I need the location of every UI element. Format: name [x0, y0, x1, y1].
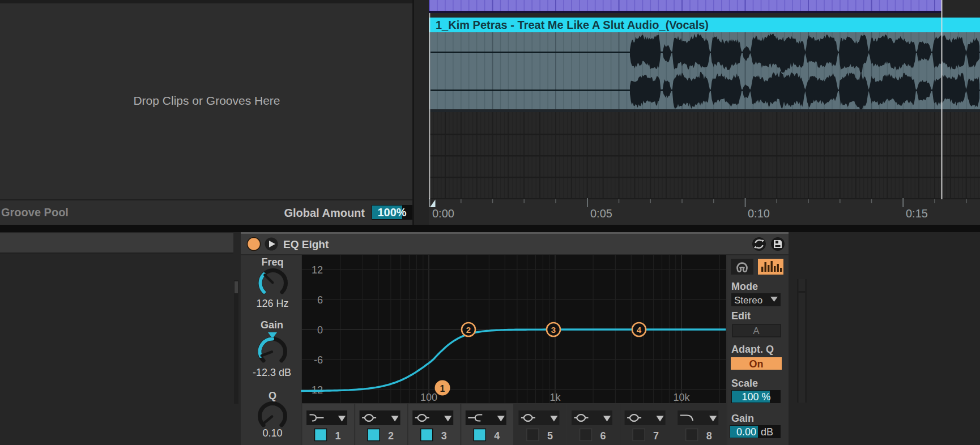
svg-text:5: 5: [547, 430, 553, 442]
svg-text:1: 1: [335, 430, 341, 442]
svg-text:Adapt. Q: Adapt. Q: [731, 344, 774, 355]
svg-text:0: 0: [317, 324, 323, 336]
svg-text:0:15: 0:15: [906, 207, 928, 220]
svg-text:Stereo: Stereo: [734, 295, 762, 306]
svg-text:4: 4: [494, 430, 500, 442]
svg-text:dB: dB: [761, 426, 773, 438]
svg-text:126 Hz: 126 Hz: [256, 298, 288, 309]
svg-text:0:10: 0:10: [748, 207, 770, 220]
svg-text:Gain: Gain: [261, 319, 283, 331]
svg-text:0:00: 0:00: [432, 207, 454, 220]
svg-text:Groove Pool: Groove Pool: [1, 206, 69, 219]
svg-text:6: 6: [600, 430, 606, 442]
svg-text:12: 12: [312, 264, 323, 276]
svg-text:Q: Q: [269, 390, 276, 401]
svg-text:EQ Eight: EQ Eight: [283, 238, 329, 250]
svg-text:Freq: Freq: [261, 256, 283, 268]
svg-text:0:05: 0:05: [590, 207, 612, 220]
svg-text:On: On: [749, 358, 764, 370]
svg-text:1_Kim Petras - Treat Me Like A: 1_Kim Petras - Treat Me Like A Slut Audi…: [436, 19, 709, 31]
svg-text:Edit: Edit: [731, 310, 751, 322]
svg-text:0.10: 0.10: [262, 427, 282, 439]
svg-text:8: 8: [706, 430, 712, 442]
svg-text:10k: 10k: [673, 392, 690, 403]
svg-text:A: A: [753, 326, 760, 336]
svg-text:0.00: 0.00: [736, 426, 756, 438]
svg-text:2: 2: [466, 325, 471, 335]
svg-text:100 %: 100 %: [742, 391, 770, 403]
svg-text:100%: 100%: [377, 206, 406, 219]
svg-text:-6: -6: [314, 354, 323, 366]
svg-text:1: 1: [440, 384, 445, 393]
svg-text:Scale: Scale: [731, 378, 758, 389]
svg-text:1k: 1k: [549, 392, 561, 403]
svg-text:Global Amount: Global Amount: [284, 207, 365, 219]
svg-text:3: 3: [441, 430, 447, 442]
svg-text:2: 2: [388, 430, 394, 442]
svg-text:100: 100: [420, 392, 437, 403]
svg-text:4: 4: [637, 325, 642, 335]
svg-text:-12.3 dB: -12.3 dB: [253, 367, 291, 378]
svg-text:Gain: Gain: [731, 413, 754, 424]
svg-text:6: 6: [317, 294, 323, 306]
svg-text:7: 7: [653, 430, 659, 442]
svg-text:Drop Clips or Grooves Here: Drop Clips or Grooves Here: [133, 94, 280, 107]
svg-text:3: 3: [551, 325, 556, 335]
svg-text:Mode: Mode: [731, 281, 758, 292]
